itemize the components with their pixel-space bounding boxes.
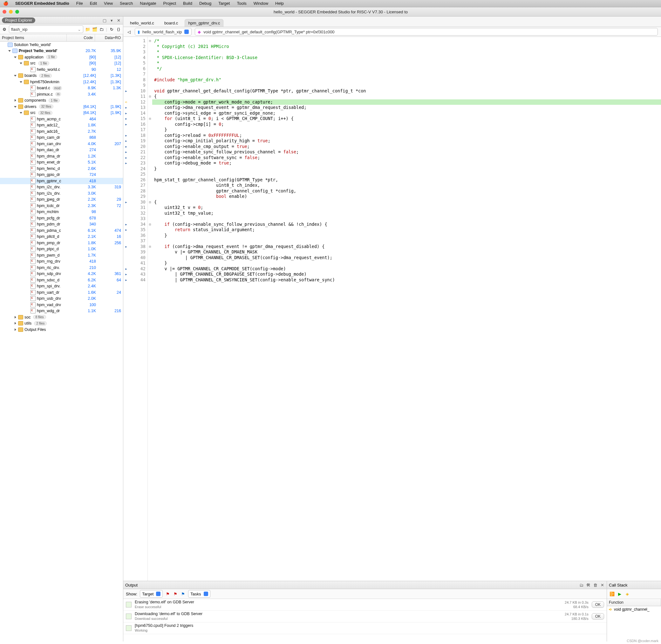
disclosure-icon[interactable] <box>15 328 16 331</box>
tree-row[interactable]: hello_world.c9012 <box>0 66 123 73</box>
tree-row[interactable]: hpm_spi_drv.2.4K <box>0 283 123 290</box>
crumb-project[interactable]: ▮ hello_world_flash_xip <box>135 28 192 36</box>
disclosure-icon[interactable] <box>15 322 16 325</box>
build-config-select[interactable]: flash_xip ⌄ <box>9 25 83 33</box>
tree-row[interactable]: hpm_vad_drv100 <box>0 302 123 308</box>
flag-red2-icon[interactable]: ⚑ <box>173 591 178 596</box>
flag-blue-icon[interactable]: ⚑ <box>180 591 185 596</box>
traffic-lights[interactable] <box>3 10 19 14</box>
disclosure-icon[interactable] <box>14 56 17 58</box>
chevron-down-icon[interactable] <box>184 29 189 34</box>
panel-close-icon[interactable]: ✕ <box>116 18 121 23</box>
menu-file[interactable]: File <box>76 0 83 7</box>
tree-row[interactable]: hpm_femc_d2.6K <box>0 165 123 172</box>
tree-row[interactable]: hpm_pcfg_dr678 <box>0 215 123 221</box>
refresh-icon[interactable]: ↻ <box>109 27 114 32</box>
callstack-item[interactable]: ➪void gptmr_channel_ <box>607 606 661 613</box>
mac-menubar[interactable]: 🍎 SEGGER Embedded StudioFileEditViewSear… <box>0 0 661 7</box>
output-item[interactable]: Erasing 'demo.elf' on GDB ServerErase su… <box>123 599 607 611</box>
tree-row[interactable]: hpm_lcdc_dr2.3K72 <box>0 203 123 209</box>
editor-tab[interactable]: board.c <box>161 19 181 27</box>
tree-row[interactable]: board.cmod8.9K1.3K <box>0 85 123 91</box>
tree-row[interactable]: hpm_usb_drv2.0K <box>0 296 123 302</box>
tree-row[interactable]: hpm_pllctl_d2.1K16 <box>0 234 123 240</box>
tree-row[interactable]: hpm_dao_dr274 <box>0 147 123 153</box>
close-icon[interactable] <box>3 10 6 14</box>
tree-row[interactable]: hpm_i2s_drv.3.0K <box>0 190 123 197</box>
editor-tab[interactable]: hpm_gptmr_drv.c <box>185 19 223 27</box>
out-ico1-icon[interactable]: 🗂 <box>579 582 584 588</box>
tree-row[interactable]: src32 files[64.1K][1.9K] <box>0 110 123 116</box>
folder-open-icon[interactable]: 🗂️ <box>92 27 97 32</box>
tree-row[interactable]: hpm_adc16_2.7K <box>0 128 123 135</box>
window-titlebar[interactable]: hello_world - SEGGER Embedded Studio for… <box>0 7 661 17</box>
tasks-select[interactable]: Tasks <box>188 590 210 598</box>
tree-row[interactable]: pinmux.cm3.4K <box>0 91 123 97</box>
menu-help[interactable]: Help <box>275 0 284 7</box>
tree-row[interactable]: hpm_ptpc_d1.0K <box>0 246 123 252</box>
menu-segger-embedded-studio[interactable]: SEGGER Embedded Studio <box>15 0 69 7</box>
editor-tab[interactable]: hello_world.c <box>127 19 158 27</box>
tree-row[interactable]: hpm_pdma_c6.1K474 <box>0 227 123 234</box>
menu-search[interactable]: Search <box>120 0 133 7</box>
code-editor[interactable]: ▸➪▸▸▸▸▸▸▸▸▸▸▸▸▸▸▸▸▸ 12345678910111213141… <box>123 37 661 581</box>
minimize-icon[interactable] <box>9 10 13 14</box>
menu-window[interactable]: Window <box>254 0 268 7</box>
ok-button[interactable]: OK <box>592 613 604 620</box>
disclosure-icon[interactable] <box>8 50 11 52</box>
menu-project[interactable]: Project <box>163 0 176 7</box>
folder-icon[interactable]: 📁 <box>85 27 90 32</box>
menu-target[interactable]: Target <box>218 0 230 7</box>
tree-row[interactable]: hpm_gptmr_c418 <box>0 178 123 184</box>
zoom-icon[interactable] <box>15 10 19 14</box>
tree-row[interactable]: hpm_adc12_1.8K <box>0 122 123 129</box>
tree-row[interactable]: hpm_uart_dr1.6K24 <box>0 289 123 296</box>
menu-edit[interactable]: Edit <box>90 0 97 7</box>
ok-button[interactable]: OK <box>592 601 604 608</box>
output-item[interactable]: Downloading 'demo.elf' to GDB ServerDown… <box>123 611 607 622</box>
tree-row[interactable]: hpm_sdp_drv4.2K361 <box>0 271 123 277</box>
tree-row[interactable]: boards2 files[12.4K][1.3K] <box>0 73 123 79</box>
tree-row[interactable]: hpm_rng_drv418 <box>0 258 123 265</box>
tree-row[interactable]: Output Files <box>0 326 123 333</box>
tree-row[interactable]: Solution 'hello_world' <box>0 42 123 48</box>
folder-add-icon[interactable]: 🗀 <box>99 27 104 32</box>
tree-row[interactable]: hpm_enet_dr5.1K <box>0 159 123 166</box>
col-code-header[interactable]: Code <box>67 34 95 41</box>
tree-row[interactable]: components1 file <box>0 97 123 104</box>
callstack-list[interactable]: ➪void gptmr_channel_ <box>607 606 661 613</box>
disclosure-icon[interactable] <box>20 63 22 64</box>
cs-pause-icon[interactable]: 📴 <box>610 591 615 596</box>
cs-bkmk-icon[interactable]: ◈ <box>625 591 630 596</box>
disclosure-icon[interactable] <box>20 112 22 114</box>
tree-row[interactable]: hpm_mchtm98 <box>0 209 123 215</box>
tree-row[interactable]: hpm_pmp_dr1.8K256 <box>0 240 123 246</box>
tree-row[interactable]: hpm6750evkmin[12.4K][1.3K] <box>0 79 123 85</box>
tree-row[interactable]: hpm_i2c_drv.3.3K319 <box>0 184 123 190</box>
tree-row[interactable]: application1 file[90][12] <box>0 54 123 60</box>
menu-navigate[interactable]: Navigate <box>140 0 156 7</box>
tree-row[interactable]: hpm_cam_dr868 <box>0 135 123 141</box>
out-ico3-icon[interactable]: 🗑 <box>593 582 598 588</box>
config-icon[interactable]: ⚙︎ <box>2 27 7 32</box>
codeview-icon[interactable]: ⟨⟩ <box>116 27 121 32</box>
menu-debug[interactable]: Debug <box>199 0 211 7</box>
output-list[interactable]: Erasing 'demo.elf' on GDB ServerErase su… <box>123 599 607 641</box>
disclosure-icon[interactable] <box>20 81 22 83</box>
tree-row[interactable]: src1 file[90][12] <box>0 60 123 67</box>
output-close-icon[interactable]: ✕ <box>600 582 605 588</box>
tree-row[interactable]: hpm_gpio_dr724 <box>0 172 123 178</box>
tree-row[interactable]: hpm_wdg_dr1.1K216 <box>0 308 123 314</box>
panel-menu-icon[interactable]: ▾ <box>109 18 114 23</box>
disclosure-icon[interactable] <box>15 316 16 319</box>
tree-row[interactable]: hpm_pwm_d1.7K <box>0 252 123 258</box>
tree-row[interactable]: hpm_sdxc_d6.2K64 <box>0 277 123 283</box>
panel-window-icon[interactable]: ▢ <box>102 18 107 23</box>
menu-build[interactable]: Build <box>183 0 192 7</box>
tree-row[interactable]: Project 'hello_world'20.7K35.9K <box>0 48 123 54</box>
tree-row[interactable]: hpm_pdm_dr340 <box>0 221 123 228</box>
menu-tools[interactable]: Tools <box>237 0 246 7</box>
col-data-header[interactable]: Data+RO <box>95 34 123 41</box>
flag-red-icon[interactable]: ⚑ <box>165 591 170 596</box>
disclosure-icon[interactable] <box>14 75 17 76</box>
